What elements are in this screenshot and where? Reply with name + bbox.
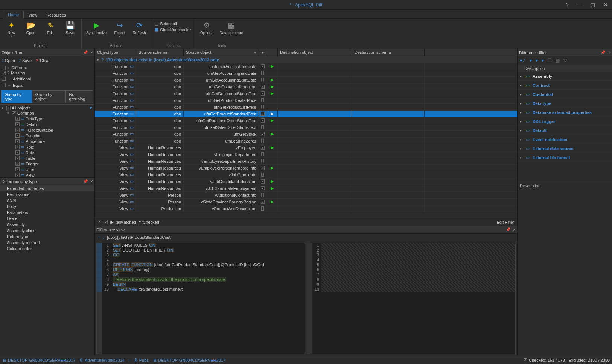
row-checkbox[interactable] — [261, 112, 265, 116]
diff-type-item[interactable]: Assembly — [0, 221, 94, 228]
of-clear-button[interactable]: ✕Clear — [35, 58, 50, 63]
grid-row[interactable]: View▭ HumanResources vJobCandidateEducat… — [95, 178, 517, 185]
row-checkbox[interactable] — [261, 125, 264, 129]
tree-node[interactable]: ▭Function — [2, 133, 93, 138]
row-checkbox[interactable] — [261, 78, 264, 82]
diff-type-item[interactable]: Assembly class — [0, 228, 94, 234]
row-checkbox[interactable] — [261, 200, 265, 204]
diff-filter-item[interactable]: ▸▭Credential — [518, 90, 612, 99]
tree-node[interactable]: ▭Procedure — [2, 138, 93, 144]
grid-row[interactable]: Function▭ dbo ufnGetAccountingStartDate … — [95, 77, 517, 83]
data-compare-button[interactable]: ▦Data compare — [217, 20, 245, 36]
row-checkbox[interactable] — [261, 98, 264, 102]
row-checkbox[interactable] — [261, 71, 264, 75]
help-icon[interactable]: ? — [561, 0, 574, 10]
filter-icon[interactable]: ▾ — [530, 58, 532, 63]
close-icon[interactable]: ✕ — [599, 0, 612, 10]
save-button[interactable]: 💾Save▾ — [61, 20, 79, 39]
diff-filter-item[interactable]: ▸▭External data source — [518, 144, 612, 153]
row-checkbox[interactable] — [261, 139, 264, 143]
row-checkbox[interactable] — [261, 206, 264, 211]
filter-icon[interactable]: ▼ — [89, 106, 93, 110]
synchronize-button[interactable]: ▶Synchronize — [84, 20, 109, 36]
diff-filter-item[interactable]: ▸▭DDL trigger — [518, 117, 612, 126]
grid-row[interactable]: View▭ HumanResources vJobCandidate — [95, 171, 517, 178]
diff-filter-item[interactable]: ▸▭Event notification — [518, 135, 612, 144]
no-grouping-button[interactable]: No grouping — [66, 90, 93, 103]
options-button[interactable]: ⚙Options — [198, 20, 216, 36]
filter-row[interactable]: ＝Equal — [2, 82, 93, 88]
grid-row[interactable]: Function▭ dbo ufnGetProductListPrice — [95, 104, 517, 111]
group-by-object-button[interactable]: Group by object — [32, 90, 66, 103]
pin-icon[interactable]: 📌 — [601, 50, 605, 55]
filter-row[interactable]: ⟐Different — [2, 65, 93, 70]
grid-row[interactable]: View▭ Person vStateProvinceCountryRegion… — [95, 199, 517, 205]
clear-filter-icon[interactable]: ✕ — [98, 220, 101, 224]
filter-icon[interactable]: ▾ — [536, 58, 538, 63]
row-checkbox[interactable] — [261, 118, 265, 123]
grid-row[interactable]: Function▭ dbo ufnLeadingZeros — [95, 138, 517, 144]
filter-row[interactable]: ?Missing — [2, 70, 93, 76]
tab-home[interactable]: Home — [3, 11, 24, 19]
diff-type-item[interactable]: Extended properties — [0, 185, 94, 191]
diff-type-item[interactable]: Assembly method — [0, 240, 94, 246]
grid-row[interactable]: View▭ HumanResources vJobCandidateEmploy… — [95, 185, 517, 192]
tab-resources[interactable]: Resources — [42, 12, 71, 18]
grid-row[interactable]: Function▭ dbo ufnGetStock ▶ — [95, 131, 517, 138]
diff-filter-item[interactable]: ▸▭Assembly — [518, 72, 612, 81]
tree-node[interactable]: ▭Role — [2, 144, 93, 150]
row-checkbox[interactable] — [261, 186, 265, 190]
tree-node[interactable]: ▭Trigger — [2, 161, 93, 167]
check-uncheck-button[interactable]: Check/uncheck▾ — [153, 27, 193, 32]
diff-filter-item[interactable]: ▸▭Default — [518, 126, 612, 135]
row-checkbox[interactable] — [261, 132, 265, 136]
row-checkbox[interactable] — [261, 179, 265, 184]
diff-type-item[interactable]: Body — [0, 203, 94, 209]
copy-icon[interactable]: ❐ — [548, 58, 552, 63]
grid-row[interactable]: Function▭ dbo ufnGetDocumentStatusText ▶ — [95, 90, 517, 97]
diff-filter-item[interactable]: ▸▭External file format — [518, 153, 612, 162]
row-checkbox[interactable] — [261, 85, 265, 89]
group-by-type-button[interactable]: Group by type — [1, 90, 32, 103]
pin-icon[interactable]: 📌 — [83, 179, 88, 184]
edit-filter-link[interactable]: Edit Filter — [497, 220, 514, 224]
pin-icon[interactable]: 📌 — [83, 50, 88, 55]
row-checkbox[interactable] — [261, 91, 265, 96]
edit-button[interactable]: ✎Edit — [41, 20, 59, 36]
diff-type-item[interactable]: Permissions — [0, 191, 94, 197]
tree-node[interactable]: ▭Table — [2, 155, 93, 161]
dest-code-pane[interactable]: 12345678910 — [307, 243, 516, 354]
grid-row[interactable]: Function▭ dbo ufnGetSalesOrderStatusText — [95, 124, 517, 131]
row-checkbox[interactable] — [261, 159, 264, 163]
next-diff-icon[interactable]: ↓ — [102, 235, 105, 240]
row-checkbox[interactable] — [261, 146, 265, 150]
grid-row[interactable]: Function▭ dbo ufnGetPurchaseOrderStatusT… — [95, 117, 517, 124]
new-button[interactable]: ✦New▾ — [2, 20, 20, 39]
row-checkbox[interactable] — [261, 152, 264, 156]
grid-row[interactable]: View▭ Production vProductAndDescription — [95, 205, 517, 212]
row-checkbox[interactable] — [261, 64, 265, 68]
grid-row[interactable]: Function▭ dbo ufnGetContactInformation ▶ — [95, 83, 517, 90]
row-checkbox[interactable] — [261, 173, 264, 177]
pin-icon[interactable]: 📌 — [506, 228, 510, 232]
export-button[interactable]: ↪Export▾ — [111, 20, 129, 39]
select-all-button[interactable]: Select all — [153, 21, 193, 26]
row-checkbox[interactable] — [261, 193, 264, 197]
source-code-pane[interactable]: 1SET ANSI_NULLS ON2SET QUOTED_IDENTIFIER… — [96, 243, 305, 354]
diff-type-item[interactable]: ANSI — [0, 197, 94, 203]
of-save-button[interactable]: ⤴Save — [19, 58, 32, 63]
grid-row[interactable]: View▭ HumanResources vEmployee ▶ — [95, 144, 517, 151]
tree-node[interactable]: ▭User — [2, 167, 93, 172]
of-open-button[interactable]: ⤵Open — [2, 58, 15, 63]
grid-row[interactable]: View▭ HumanResources vEmployeePersonTemp… — [95, 165, 517, 171]
tree-node[interactable]: ▭View — [2, 172, 93, 177]
tree-node[interactable]: ▾Common — [2, 111, 93, 116]
tab-view[interactable]: View — [24, 12, 42, 18]
open-button[interactable]: 📂Open — [22, 20, 40, 36]
close-icon[interactable]: ✕ — [607, 50, 610, 55]
diff-type-item[interactable]: Owner — [0, 215, 94, 221]
grid-row[interactable]: Function▭ dbo customerAccessPredicate ▶ — [95, 63, 517, 70]
tree-node[interactable]: ▭Rule — [2, 150, 93, 155]
close-icon[interactable]: ✕ — [90, 179, 93, 184]
options-icon[interactable]: ▦ — [556, 58, 560, 63]
